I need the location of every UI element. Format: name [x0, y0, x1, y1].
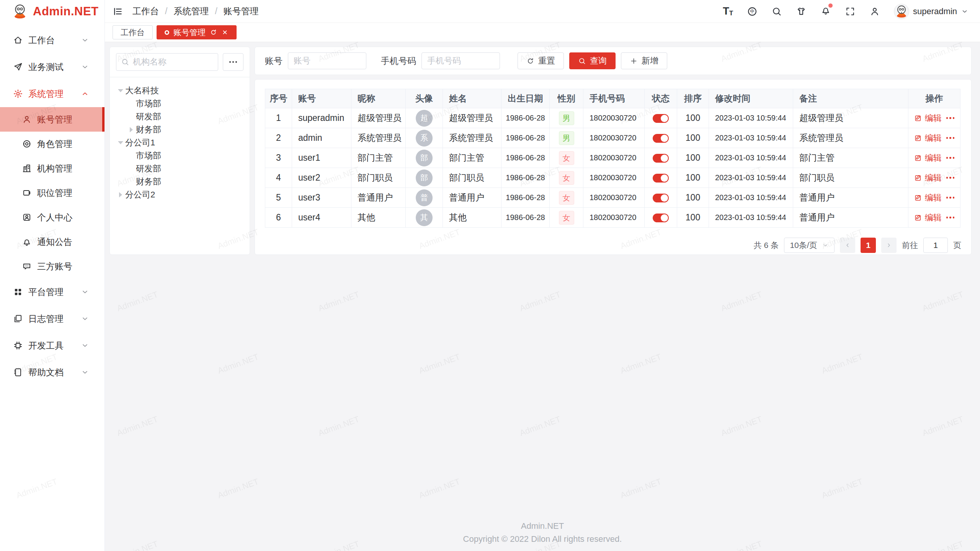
- brand[interactable]: Admin.NET: [0, 0, 105, 23]
- theme-icon[interactable]: [796, 6, 807, 17]
- page-size-select[interactable]: 10条/页: [784, 238, 835, 253]
- sidebar-item-position-management[interactable]: 职位管理: [0, 181, 105, 205]
- edit-button[interactable]: 编辑: [914, 152, 942, 164]
- gear-icon: [13, 89, 23, 99]
- notification-icon[interactable]: [820, 5, 831, 18]
- phone-input[interactable]: [421, 52, 500, 69]
- breadcrumb-item[interactable]: 账号管理: [224, 5, 259, 17]
- search-icon[interactable]: [771, 6, 782, 17]
- caret-right-icon[interactable]: [116, 192, 125, 197]
- reset-button[interactable]: 重置: [518, 52, 564, 69]
- tree-node[interactable]: 大名科技: [116, 84, 243, 97]
- status-toggle[interactable]: [653, 174, 669, 183]
- breadcrumb-item[interactable]: 工作台: [132, 5, 159, 17]
- prev-page-button[interactable]: [840, 238, 855, 253]
- tree-node[interactable]: 市场部: [116, 149, 243, 162]
- breadcrumb-item[interactable]: 系统管理: [173, 5, 209, 17]
- total-count: 共 6 条: [754, 240, 779, 251]
- add-button[interactable]: 新增: [621, 52, 667, 69]
- tab-account-management[interactable]: 账号管理: [157, 25, 237, 39]
- caret-right-icon[interactable]: [127, 127, 136, 132]
- sidebar-item-label: 日志管理: [28, 313, 64, 325]
- more-actions-button[interactable]: [946, 157, 955, 159]
- close-icon[interactable]: [221, 29, 229, 36]
- sidebar-item-dev-tools[interactable]: 开发工具: [0, 332, 105, 359]
- tree-node[interactable]: 财务部: [116, 123, 243, 136]
- footer-brand: Admin.NET: [105, 520, 980, 533]
- page-number-button[interactable]: 1: [861, 238, 876, 253]
- chevron-right-icon: [885, 242, 892, 249]
- table-row: 6 user4 其他 其 其他 1986-06-28 女 18020030720…: [265, 208, 960, 228]
- edit-icon: [914, 154, 922, 162]
- more-actions-button[interactable]: [946, 217, 955, 218]
- org-search-input[interactable]: [133, 57, 213, 67]
- tree-node[interactable]: 研发部: [116, 110, 243, 123]
- col-nickname: 昵称: [351, 89, 406, 108]
- font-size-icon[interactable]: TT: [723, 6, 733, 16]
- caret-down-icon[interactable]: [116, 89, 125, 92]
- edit-button[interactable]: 编辑: [914, 172, 942, 184]
- tree-node[interactable]: 市场部: [116, 97, 243, 110]
- sidebar-item-third-party-account[interactable]: 三方账号: [0, 254, 105, 279]
- tree-node[interactable]: 财务部: [116, 175, 243, 188]
- language-icon[interactable]: 中: [747, 6, 758, 17]
- tree-node[interactable]: 研发部: [116, 162, 243, 175]
- search-button[interactable]: 查询: [569, 52, 616, 69]
- col-modified: 修改时间: [709, 89, 793, 108]
- sidebar-item-system-management[interactable]: 系统管理: [0, 80, 105, 107]
- col-no: 序号: [265, 89, 292, 108]
- status-toggle[interactable]: [653, 154, 669, 163]
- edit-button[interactable]: 编辑: [914, 212, 942, 223]
- col-ops: 操作: [908, 89, 960, 108]
- status-toggle[interactable]: [653, 114, 669, 123]
- edit-button[interactable]: 编辑: [914, 112, 942, 124]
- menu-collapse-icon[interactable]: [113, 6, 123, 17]
- status-toggle[interactable]: [653, 134, 669, 143]
- sidebar-item-label: 工作台: [28, 34, 55, 46]
- sidebar-item-profile-center[interactable]: 个人中心: [0, 205, 105, 230]
- edit-button[interactable]: 编辑: [914, 192, 942, 204]
- sidebar-item-workbench[interactable]: 工作台: [0, 27, 105, 54]
- refresh-icon[interactable]: [210, 29, 217, 36]
- goto-page-input[interactable]: [923, 238, 948, 253]
- avatar: 系: [416, 130, 433, 147]
- more-actions-button[interactable]: [946, 137, 955, 139]
- tab-workbench[interactable]: 工作台: [113, 25, 153, 39]
- active-dot-icon: [165, 30, 169, 35]
- sidebar-item-role-management[interactable]: 角色管理: [0, 132, 105, 156]
- sidebar-item-help-docs[interactable]: 帮助文档: [0, 359, 105, 386]
- sidebar-item-log-management[interactable]: 日志管理: [0, 305, 105, 332]
- sidebar-item-business-test[interactable]: 业务测试: [0, 54, 105, 80]
- status-toggle[interactable]: [653, 214, 669, 222]
- sidebar-item-platform-management[interactable]: 平台管理: [0, 279, 105, 305]
- breadcrumb: 工作台 / 系统管理 / 账号管理: [132, 5, 259, 17]
- tree-node[interactable]: 分公司2: [116, 188, 243, 201]
- sidebar-item-notice[interactable]: 通知公告: [0, 230, 105, 254]
- next-page-button[interactable]: [881, 238, 897, 253]
- tree-node[interactable]: 分公司1: [116, 136, 243, 149]
- sidebar-item-org-management[interactable]: 机构管理: [0, 156, 105, 181]
- user-menu[interactable]: superadmin: [894, 4, 969, 19]
- status-toggle[interactable]: [653, 194, 669, 202]
- breadcrumb-separator: /: [165, 6, 167, 16]
- refresh-icon: [526, 57, 534, 65]
- col-account: 账号: [292, 89, 351, 108]
- header-actions: TT 中: [723, 4, 969, 19]
- fullscreen-icon[interactable]: [845, 6, 856, 17]
- account-label: 账号: [265, 55, 283, 67]
- logs-icon: [13, 314, 23, 324]
- user-icon[interactable]: [869, 6, 880, 17]
- tree-more-button[interactable]: [223, 53, 243, 71]
- more-actions-button[interactable]: [946, 177, 955, 179]
- caret-down-icon[interactable]: [116, 141, 125, 144]
- edit-button[interactable]: 编辑: [914, 132, 942, 144]
- brand-logo-icon: [11, 3, 28, 20]
- sidebar-item-account-management[interactable]: 账号管理: [0, 107, 105, 132]
- more-actions-button[interactable]: [946, 117, 955, 119]
- sidebar-item-label: 三方账号: [37, 261, 72, 272]
- col-gender: 性别: [550, 89, 583, 108]
- account-input[interactable]: [288, 52, 366, 69]
- user-table-panel: 序号 账号 昵称 头像 姓名 出生日期 性别 手机号码 状态 排序 修改时间: [255, 79, 972, 255]
- chevron-down-icon: [822, 242, 829, 249]
- more-actions-button[interactable]: [946, 197, 955, 199]
